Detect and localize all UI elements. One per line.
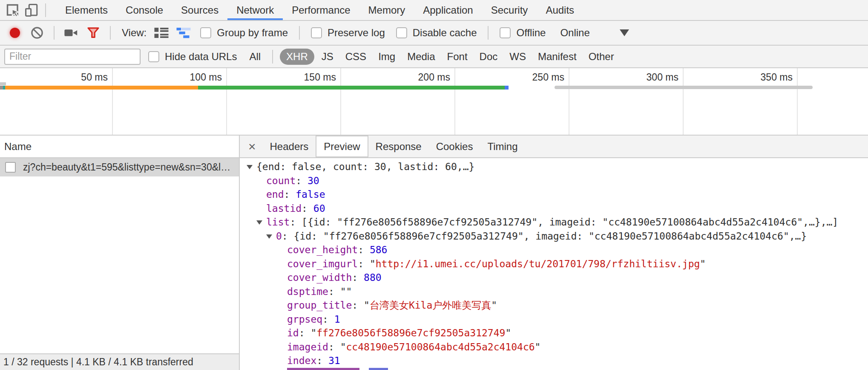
clear-button[interactable] [27, 21, 47, 45]
twisty-spacer [277, 262, 283, 266]
tick-label: 200 ms [378, 72, 450, 83]
detail-tab-cookies[interactable]: Cookies [429, 136, 480, 157]
tree-text: : [284, 189, 296, 200]
request-row[interactable]: zj?ch=beauty&t1=595&listtype=new&sn=30&l… [0, 158, 239, 176]
tree-text: 台湾美女Kila户外唯美写真 [370, 300, 491, 311]
tree-text: lastid [266, 203, 302, 214]
network-overview[interactable]: 50 ms100 ms150 ms200 ms250 ms300 ms350 m… [0, 68, 868, 136]
tree-row: end: false [240, 188, 868, 202]
tree-text: ff276e8056f58896e7cf92505a312749 [316, 327, 505, 338]
funnel-icon [86, 26, 100, 40]
twisty-spacer [277, 276, 283, 280]
expand-arrow-icon[interactable] [256, 220, 262, 225]
network-conditions-dropdown-icon[interactable] [620, 29, 629, 36]
tick-label: 250 ms [492, 72, 564, 83]
main-tab-performance[interactable]: Performance [283, 0, 359, 20]
filter-type-manifest[interactable]: Manifest [533, 49, 581, 64]
main-tab-application[interactable]: Application [414, 0, 482, 20]
request-details-panel: × HeadersPreviewResponseCookiesTiming {e… [240, 136, 868, 370]
tick-label: 350 ms [720, 72, 793, 83]
preserve-log-toggle[interactable]: Preserve log [311, 27, 385, 39]
tree-text: " [535, 341, 541, 353]
tree-text: group_title [287, 300, 352, 311]
hide-data-urls-checkbox[interactable] [148, 51, 159, 62]
expand-arrow-icon[interactable] [247, 165, 253, 169]
offline-toggle[interactable]: Offline [500, 27, 546, 39]
tree-row[interactable]: 0: {id: "ff276e8056f58896e7cf92505a31274… [240, 229, 868, 243]
tree-row[interactable]: {end: false, count: 30, lastid: 60,…} [240, 160, 868, 174]
tree-row: count: 30 [240, 174, 868, 188]
tree-text: cover_imgurl [287, 258, 358, 269]
disable-cache-checkbox[interactable] [396, 27, 407, 38]
tree-text: : [299, 327, 311, 338]
main-tab-network[interactable]: Network [227, 0, 283, 20]
timeline-bar [555, 86, 813, 89]
hide-data-urls-toggle[interactable]: Hide data URLs [148, 51, 237, 63]
twisty-spacer [256, 207, 262, 211]
tree-text: 880 [364, 272, 382, 283]
main-tab-audits[interactable]: Audits [537, 0, 583, 20]
inspect-element-button[interactable] [3, 0, 22, 20]
device-toolbar-button[interactable] [22, 0, 41, 20]
group-by-frame-label: Group by frame [217, 27, 288, 39]
tree-text: : [358, 258, 370, 269]
timeline-bar [505, 86, 509, 90]
requests-summary-bar: 1 / 32 requests | 4.1 KB / 4.1 KB transf… [0, 353, 239, 370]
network-conditions-value[interactable]: Online [560, 27, 589, 39]
tree-text: {id: "ff276e8056f58896e7cf92505a312749",… [294, 231, 807, 242]
main-tab-memory[interactable]: Memory [359, 0, 414, 20]
tree-text: index [287, 355, 316, 366]
twisty-spacer [277, 318, 283, 322]
tree-text: {end: false, count: 30, lastid: 60,…} [256, 161, 474, 172]
filter-type-media[interactable]: Media [402, 49, 440, 64]
filter-toggle-button[interactable] [83, 21, 103, 45]
main-tab-sources[interactable]: Sources [172, 0, 227, 20]
detail-tab-response[interactable]: Response [368, 136, 429, 157]
tree-row: dsptime: "" [240, 285, 868, 299]
detail-tab-timing[interactable]: Timing [480, 136, 525, 157]
tree-text: : [352, 300, 364, 311]
filter-type-img[interactable]: Img [374, 49, 400, 64]
tree-text: : [316, 355, 328, 366]
preserve-log-checkbox[interactable] [311, 27, 322, 38]
filter-type-css[interactable]: CSS [341, 49, 371, 64]
detail-tab-headers[interactable]: Headers [263, 136, 316, 157]
group-by-frame-checkbox[interactable] [200, 27, 211, 38]
toolbar-divider [299, 26, 300, 40]
disable-cache-toggle[interactable]: Disable cache [396, 27, 477, 39]
filter-type-doc[interactable]: Doc [475, 49, 503, 64]
timeline-bar [0, 82, 6, 85]
large-rows-toggle-button[interactable] [152, 21, 171, 45]
tree-text: 60 [313, 203, 325, 214]
main-tab-console[interactable]: Console [117, 0, 172, 20]
name-column-header[interactable]: Name [0, 136, 239, 158]
tree-text: : [328, 286, 340, 297]
filter-type-ws[interactable]: WS [505, 49, 531, 64]
detail-tab-preview[interactable]: Preview [316, 136, 368, 157]
devtools-window: ElementsConsoleSourcesNetworkPerformance… [0, 0, 868, 370]
tree-row: lastid: 60 [240, 202, 868, 216]
group-by-frame-toggle[interactable]: Group by frame [200, 27, 288, 39]
filter-input[interactable] [4, 49, 141, 65]
main-tab-security[interactable]: Security [482, 0, 537, 20]
clipped-value [369, 368, 388, 370]
tick-label: 50 ms [35, 72, 108, 83]
filter-type-js[interactable]: JS [317, 49, 338, 64]
filter-type-other[interactable]: Other [584, 49, 619, 64]
filter-type-xhr[interactable]: XHR [280, 49, 314, 65]
expand-arrow-icon[interactable] [266, 234, 272, 239]
tree-text: false [296, 189, 325, 200]
record-button[interactable] [5, 21, 25, 45]
tree-row: cover_height: 586 [240, 243, 868, 257]
show-overview-toggle-button[interactable] [174, 21, 193, 45]
twisty-spacer [256, 193, 262, 197]
filter-type-font[interactable]: Font [443, 49, 472, 64]
twisty-spacer [277, 345, 283, 350]
main-tab-elements[interactable]: Elements [56, 0, 117, 20]
offline-checkbox[interactable] [500, 27, 511, 38]
tree-row[interactable]: list: [{id: "ff276e8056f58896e7cf92505a3… [240, 215, 868, 229]
filter-type-all[interactable]: All [244, 49, 265, 64]
close-details-button[interactable]: × [241, 140, 263, 153]
screenshot-capture-button[interactable] [61, 21, 81, 45]
record-icon [10, 28, 20, 38]
